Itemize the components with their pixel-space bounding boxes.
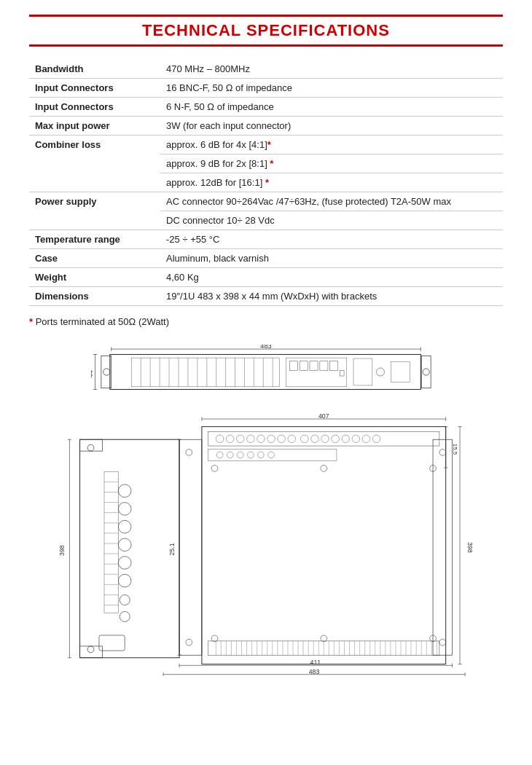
spec-value: approx. 9 dB for 2x [8:1] * [160, 154, 503, 173]
svg-point-69 [120, 611, 130, 621]
spec-label: Bandwidth [29, 60, 160, 79]
specs-table: Bandwidth 470 MHz – 800MHz Input Connect… [29, 60, 503, 306]
svg-point-104 [211, 465, 218, 471]
svg-point-94 [216, 452, 223, 458]
svg-point-84 [288, 435, 296, 443]
spec-label: Combiner loss [29, 136, 160, 192]
svg-point-8 [423, 369, 429, 375]
svg-rect-75 [202, 427, 446, 664]
svg-point-77 [216, 435, 224, 443]
svg-point-96 [237, 452, 243, 458]
svg-rect-29 [320, 361, 328, 371]
front-view-drawing: 483 [91, 345, 441, 399]
spec-label: Weight [29, 268, 160, 287]
svg-point-95 [227, 452, 233, 458]
spec-label: Max input power [29, 117, 160, 136]
drawings-section: 483 [29, 345, 503, 683]
table-row: Bandwidth 470 MHz – 800MHz [29, 60, 503, 79]
spec-label: Case [29, 249, 160, 268]
side-view-svg: 407 [47, 414, 485, 683]
svg-point-50 [118, 520, 131, 533]
svg-rect-70 [99, 635, 125, 651]
red-star: * [270, 158, 273, 169]
side-view-drawing: 407 [47, 414, 485, 683]
table-row: Max input power 3W (for each input conne… [29, 117, 503, 136]
svg-point-97 [247, 452, 254, 458]
page: TECHNICAL SPECIFICATIONS Bandwidth 470 M… [0, 0, 532, 765]
svg-text:411: 411 [310, 659, 321, 666]
spec-label: Input Connectors [29, 79, 160, 98]
spec-label: Input Connectors [29, 98, 160, 117]
svg-point-105 [321, 465, 327, 471]
spec-value: 4,60 Kg [160, 268, 503, 287]
svg-point-98 [258, 452, 265, 458]
svg-point-173 [186, 449, 192, 455]
svg-text:15.5: 15.5 [452, 444, 458, 455]
svg-point-88 [332, 435, 340, 443]
svg-point-86 [311, 435, 319, 443]
svg-point-53 [118, 574, 131, 587]
spec-label: Dimensions [29, 287, 160, 306]
svg-rect-171 [179, 439, 202, 655]
svg-point-49 [118, 503, 131, 516]
red-star: * [265, 177, 269, 188]
svg-point-85 [301, 435, 309, 443]
footnote-star: * [29, 316, 36, 327]
svg-point-108 [321, 635, 327, 642]
table-row: Weight 4,60 Kg [29, 268, 503, 287]
svg-point-48 [118, 484, 131, 498]
spec-value: 470 MHz – 800MHz [160, 60, 503, 79]
svg-rect-30 [330, 361, 338, 371]
svg-point-91 [362, 435, 370, 443]
svg-point-175 [439, 449, 446, 455]
table-row: Case Aluminum, black varnish [29, 249, 503, 268]
svg-rect-4 [110, 355, 420, 390]
svg-point-79 [236, 435, 244, 443]
svg-text:25.1: 25.1 [168, 543, 176, 555]
spec-label: Temperature range [29, 230, 160, 249]
spec-value: 3W (for each input connector) [160, 117, 503, 136]
svg-text:44: 44 [91, 370, 94, 377]
svg-point-47 [87, 646, 94, 653]
spec-value: AC connector 90÷264Vac /47÷63Hz, (fuse p… [160, 192, 503, 211]
spec-value: approx. 12dB for [16:1] * [160, 173, 503, 192]
table-row: Dimensions 19″/1U 483 x 398 x 44 mm (WxD… [29, 287, 503, 306]
svg-point-89 [342, 435, 350, 443]
svg-text:483: 483 [309, 668, 320, 675]
spec-value: -25 ÷ +55 °C [160, 230, 503, 249]
svg-rect-93 [208, 449, 337, 460]
svg-rect-54 [104, 471, 118, 613]
svg-point-174 [186, 639, 192, 646]
svg-rect-44 [80, 439, 103, 451]
spec-value: Aluminum, black varnish [160, 249, 503, 268]
svg-point-52 [118, 557, 131, 570]
svg-point-92 [372, 435, 380, 443]
footnote: * Ports terminated at 50Ω (2Watt) [29, 316, 503, 327]
svg-rect-31 [340, 371, 345, 376]
footnote-text: Ports terminated at 50Ω (2Watt) [36, 316, 169, 327]
table-row: Power supply AC connector 90÷264Vac /47÷… [29, 192, 503, 211]
spec-value: DC connector 10÷ 28 Vdc [160, 211, 503, 230]
spec-value: approx. 6 dB for 4x [4:1]* [160, 136, 503, 154]
table-row: Combiner loss approx. 6 dB for 4x [4:1]* [29, 136, 503, 154]
svg-point-7 [103, 369, 110, 375]
title-bar: TECHNICAL SPECIFICATIONS [29, 15, 503, 47]
svg-text:483: 483 [260, 345, 271, 350]
svg-point-107 [211, 635, 218, 642]
spec-value: 16 BNC-F, 50 Ω of impedance [160, 79, 503, 98]
front-view-svg: 483 [91, 345, 441, 399]
svg-point-33 [376, 368, 384, 376]
svg-point-68 [120, 595, 130, 605]
svg-rect-9 [131, 358, 279, 387]
svg-point-78 [226, 435, 234, 443]
svg-rect-76 [208, 432, 439, 446]
red-star: * [267, 139, 271, 150]
spec-value: 6 N-F, 50 Ω of impedance [160, 98, 503, 117]
svg-point-99 [268, 452, 275, 458]
svg-point-90 [352, 435, 360, 443]
svg-point-87 [321, 435, 329, 443]
svg-text:398: 398 [466, 542, 474, 553]
svg-rect-172 [433, 439, 452, 655]
spec-label: Power supply [29, 192, 160, 230]
svg-point-80 [247, 435, 255, 443]
